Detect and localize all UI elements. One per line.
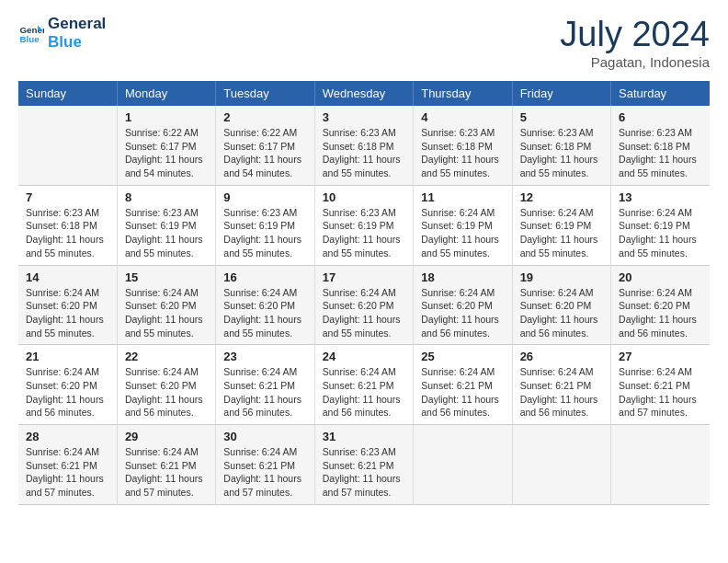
calendar-cell — [414, 425, 512, 505]
day-info: Sunrise: 6:24 AMSunset: 6:19 PMDaylight:… — [619, 206, 702, 260]
day-info: Sunrise: 6:24 AMSunset: 6:21 PMDaylight:… — [323, 365, 405, 419]
day-info: Sunrise: 6:23 AMSunset: 6:21 PMDaylight:… — [323, 445, 405, 500]
calendar-cell — [512, 425, 610, 505]
calendar-cell: 19Sunrise: 6:24 AMSunset: 6:20 PMDayligh… — [512, 265, 610, 345]
logo-line2: Blue — [48, 33, 106, 52]
day-number: 27 — [619, 350, 702, 363]
day-info: Sunrise: 6:23 AMSunset: 6:18 PMDaylight:… — [323, 126, 405, 180]
location: Pagatan, Indonesia — [560, 54, 710, 70]
calendar-cell: 13Sunrise: 6:24 AMSunset: 6:19 PMDayligh… — [611, 185, 710, 265]
calendar-cell: 26Sunrise: 6:24 AMSunset: 6:21 PMDayligh… — [512, 345, 610, 425]
calendar-cell: 17Sunrise: 6:24 AMSunset: 6:20 PMDayligh… — [314, 265, 413, 345]
day-number: 11 — [421, 190, 504, 204]
day-number: 19 — [520, 270, 603, 284]
day-info: Sunrise: 6:24 AMSunset: 6:21 PMDaylight:… — [619, 365, 702, 419]
day-number: 4 — [421, 110, 504, 124]
day-number: 16 — [223, 270, 306, 284]
day-info: Sunrise: 6:24 AMSunset: 6:20 PMDaylight:… — [323, 286, 405, 340]
logo-icon: General Blue — [18, 20, 44, 46]
weekday-header-wednesday: Wednesday — [314, 81, 413, 106]
weekday-header-tuesday: Tuesday — [216, 81, 314, 106]
day-number: 15 — [125, 270, 208, 284]
day-number: 3 — [323, 110, 405, 124]
day-number: 29 — [125, 430, 208, 443]
calendar-cell: 28Sunrise: 6:24 AMSunset: 6:21 PMDayligh… — [18, 425, 117, 505]
day-info: Sunrise: 6:24 AMSunset: 6:21 PMDaylight:… — [223, 445, 306, 500]
day-info: Sunrise: 6:24 AMSunset: 6:21 PMDaylight:… — [223, 365, 306, 419]
day-number: 26 — [520, 350, 603, 363]
calendar-cell: 9Sunrise: 6:23 AMSunset: 6:19 PMDaylight… — [216, 185, 314, 265]
logo: General Blue General Blue — [18, 15, 106, 52]
day-number: 12 — [520, 190, 603, 204]
calendar-cell: 22Sunrise: 6:24 AMSunset: 6:20 PMDayligh… — [117, 345, 215, 425]
day-number: 18 — [421, 270, 504, 284]
day-number: 14 — [26, 270, 109, 284]
day-number: 31 — [323, 430, 405, 443]
calendar-cell — [18, 106, 117, 185]
weekday-header-saturday: Saturday — [611, 81, 710, 106]
day-number: 13 — [619, 190, 702, 204]
day-info: Sunrise: 6:24 AMSunset: 6:21 PMDaylight:… — [125, 445, 208, 500]
day-info: Sunrise: 6:24 AMSunset: 6:19 PMDaylight:… — [520, 206, 603, 260]
calendar-cell: 20Sunrise: 6:24 AMSunset: 6:20 PMDayligh… — [611, 265, 710, 345]
day-number: 21 — [26, 350, 109, 363]
calendar-week-row: 1Sunrise: 6:22 AMSunset: 6:17 PMDaylight… — [18, 106, 710, 185]
calendar-week-row: 7Sunrise: 6:23 AMSunset: 6:18 PMDaylight… — [18, 185, 710, 265]
calendar-week-row: 21Sunrise: 6:24 AMSunset: 6:20 PMDayligh… — [18, 345, 710, 425]
calendar-cell: 18Sunrise: 6:24 AMSunset: 6:20 PMDayligh… — [414, 265, 512, 345]
calendar-cell: 29Sunrise: 6:24 AMSunset: 6:21 PMDayligh… — [117, 425, 215, 505]
calendar-cell: 12Sunrise: 6:24 AMSunset: 6:19 PMDayligh… — [512, 185, 610, 265]
day-number: 5 — [520, 110, 603, 124]
day-info: Sunrise: 6:23 AMSunset: 6:18 PMDaylight:… — [421, 126, 504, 180]
day-number: 10 — [323, 190, 405, 204]
day-number: 24 — [323, 350, 405, 363]
day-info: Sunrise: 6:24 AMSunset: 6:19 PMDaylight:… — [421, 206, 504, 260]
svg-text:Blue: Blue — [19, 34, 40, 44]
weekday-header-sunday: Sunday — [18, 81, 117, 106]
day-info: Sunrise: 6:23 AMSunset: 6:19 PMDaylight:… — [223, 206, 306, 260]
calendar-cell: 16Sunrise: 6:24 AMSunset: 6:20 PMDayligh… — [216, 265, 314, 345]
calendar-cell: 8Sunrise: 6:23 AMSunset: 6:19 PMDaylight… — [117, 185, 215, 265]
day-info: Sunrise: 6:24 AMSunset: 6:20 PMDaylight:… — [26, 286, 109, 340]
day-info: Sunrise: 6:24 AMSunset: 6:20 PMDaylight:… — [125, 286, 208, 340]
weekday-header-friday: Friday — [512, 81, 610, 106]
day-number: 17 — [323, 270, 405, 284]
calendar-week-row: 14Sunrise: 6:24 AMSunset: 6:20 PMDayligh… — [18, 265, 710, 345]
calendar-cell: 24Sunrise: 6:24 AMSunset: 6:21 PMDayligh… — [314, 345, 413, 425]
day-info: Sunrise: 6:23 AMSunset: 6:18 PMDaylight:… — [26, 206, 109, 260]
day-number: 6 — [619, 110, 702, 124]
calendar-cell: 23Sunrise: 6:24 AMSunset: 6:21 PMDayligh… — [216, 345, 314, 425]
day-info: Sunrise: 6:23 AMSunset: 6:19 PMDaylight:… — [125, 206, 208, 260]
calendar-cell: 31Sunrise: 6:23 AMSunset: 6:21 PMDayligh… — [314, 425, 413, 505]
page-header: General Blue General Blue July 2024 Paga… — [18, 15, 710, 70]
calendar-cell: 30Sunrise: 6:24 AMSunset: 6:21 PMDayligh… — [216, 425, 314, 505]
weekday-header-thursday: Thursday — [414, 81, 512, 106]
day-number: 2 — [223, 110, 306, 124]
calendar-cell — [611, 425, 710, 505]
day-number: 1 — [125, 110, 208, 124]
day-info: Sunrise: 6:24 AMSunset: 6:21 PMDaylight:… — [421, 365, 504, 419]
day-number: 8 — [125, 190, 208, 204]
calendar-cell: 14Sunrise: 6:24 AMSunset: 6:20 PMDayligh… — [18, 265, 117, 345]
calendar-cell: 2Sunrise: 6:22 AMSunset: 6:17 PMDaylight… — [216, 106, 314, 185]
day-info: Sunrise: 6:24 AMSunset: 6:20 PMDaylight:… — [619, 286, 702, 340]
day-info: Sunrise: 6:23 AMSunset: 6:19 PMDaylight:… — [323, 206, 405, 260]
day-info: Sunrise: 6:24 AMSunset: 6:20 PMDaylight:… — [26, 365, 109, 419]
calendar-cell: 15Sunrise: 6:24 AMSunset: 6:20 PMDayligh… — [117, 265, 215, 345]
calendar-week-row: 28Sunrise: 6:24 AMSunset: 6:21 PMDayligh… — [18, 425, 710, 505]
day-info: Sunrise: 6:24 AMSunset: 6:21 PMDaylight:… — [26, 445, 109, 500]
calendar-cell: 3Sunrise: 6:23 AMSunset: 6:18 PMDaylight… — [314, 106, 413, 185]
day-info: Sunrise: 6:23 AMSunset: 6:18 PMDaylight:… — [520, 126, 603, 180]
calendar-cell: 1Sunrise: 6:22 AMSunset: 6:17 PMDaylight… — [117, 106, 215, 185]
calendar-cell: 6Sunrise: 6:23 AMSunset: 6:18 PMDaylight… — [611, 106, 710, 185]
day-number: 23 — [223, 350, 306, 363]
title-area: July 2024 Pagatan, Indonesia — [560, 15, 710, 70]
calendar-cell: 5Sunrise: 6:23 AMSunset: 6:18 PMDaylight… — [512, 106, 610, 185]
calendar-table: SundayMondayTuesdayWednesdayThursdayFrid… — [18, 81, 710, 505]
day-number: 25 — [421, 350, 504, 363]
day-info: Sunrise: 6:24 AMSunset: 6:21 PMDaylight:… — [520, 365, 603, 419]
day-number: 28 — [26, 430, 109, 443]
day-info: Sunrise: 6:24 AMSunset: 6:20 PMDaylight:… — [520, 286, 603, 340]
day-info: Sunrise: 6:24 AMSunset: 6:20 PMDaylight:… — [223, 286, 306, 340]
month-title: July 2024 — [560, 15, 710, 54]
